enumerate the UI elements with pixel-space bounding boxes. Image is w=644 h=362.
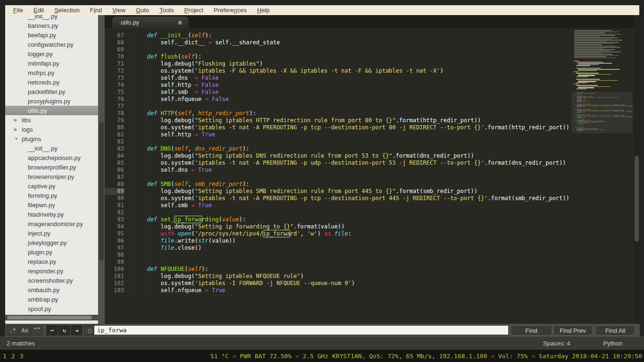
minimap[interactable]: def __init__(self): self.__dict__ = self… bbox=[571, 28, 633, 324]
code-line[interactable]: 82 bbox=[105, 138, 634, 145]
sidebar-item-jskeylogger-py[interactable]: jskeylogger.py bbox=[5, 238, 98, 247]
code-line[interactable]: 85 os.system('iptables -t nat -A PREROUT… bbox=[105, 160, 634, 167]
menu-selection[interactable]: Selection bbox=[49, 7, 84, 14]
code-line[interactable]: 81 self.http = True bbox=[105, 131, 634, 138]
sidebar-horizontal-scrollbar[interactable] bbox=[5, 315, 98, 320]
case-sensitive-toggle-icon[interactable]: Aa bbox=[19, 325, 31, 336]
code-line[interactable]: 94 log.debug("Setting ip forwarding to {… bbox=[105, 223, 634, 230]
code-line[interactable]: 102 os.system('iptables -I FORWARD -j NF… bbox=[105, 280, 634, 287]
sidebar-item-responder-py[interactable]: responder.py bbox=[5, 266, 98, 276]
editor-vertical-scrollbar-thumb[interactable] bbox=[635, 156, 639, 242]
code-line[interactable]: 70 def flush(self): bbox=[105, 53, 634, 60]
code-line[interactable]: 76 self.nfqueue = False bbox=[105, 96, 634, 103]
whole-word-toggle-icon[interactable]: “” bbox=[31, 325, 43, 336]
code-line[interactable]: 77 bbox=[105, 103, 634, 110]
sidebar-vertical-scrollbar-thumb[interactable] bbox=[99, 122, 104, 261]
sidebar-item-browsersniper-py[interactable]: browsersniper.py bbox=[5, 172, 98, 181]
workspace-3[interactable]: 3 bbox=[20, 353, 24, 360]
sidebar-item-htadriveby-py[interactable]: htadriveby.py bbox=[5, 210, 98, 219]
sidebar-item-banners-py[interactable]: banners.py bbox=[5, 21, 98, 30]
menu-file[interactable]: File bbox=[8, 7, 28, 14]
sidebar-item-captive-py[interactable]: captive.py bbox=[5, 181, 98, 191]
sidebar-item-appcachepoison-py[interactable]: appcachepoison.py bbox=[5, 153, 98, 162]
modified-dot-icon[interactable] bbox=[178, 21, 182, 25]
regex-toggle-icon[interactable]: .* bbox=[7, 325, 18, 336]
workspace-1[interactable]: 1 bbox=[3, 353, 7, 360]
sidebar-item-logger-py[interactable]: logger.py bbox=[5, 49, 98, 59]
sidebar-item-netcreds-py[interactable]: netcreds.py bbox=[5, 77, 98, 87]
find-button[interactable]: Find bbox=[511, 325, 552, 336]
find-all-button[interactable]: Find All bbox=[595, 325, 635, 336]
code-line[interactable]: 83 def DNS(self, dns_redir_port): bbox=[105, 145, 634, 152]
menu-help[interactable]: Help bbox=[252, 7, 275, 14]
code-line[interactable]: 96 file.write(str(value)) bbox=[105, 237, 634, 244]
menu-preferences[interactable]: Preferences bbox=[208, 7, 252, 14]
code-line[interactable]: 75 self.smb = False bbox=[105, 89, 634, 96]
code-line[interactable]: 79 log.debug("Setting iptables HTTP redi… bbox=[105, 117, 634, 124]
sidebar-item-imagerandomizer-py[interactable]: imagerandomizer.py bbox=[5, 219, 98, 228]
sidebar-item-utils-py[interactable]: utils.py bbox=[5, 106, 98, 115]
code-line[interactable]: 86 self.dns = True bbox=[105, 167, 634, 174]
sidebar-item-packetfilter-py[interactable]: packetfilter.py bbox=[5, 87, 98, 96]
code-line[interactable]: 67 def __init__(self): bbox=[105, 32, 634, 39]
sidebar-item-beefapi-py[interactable]: beefapi.py bbox=[5, 30, 98, 40]
code-line[interactable]: 93 def set_ip_forwarding(value): bbox=[105, 216, 634, 223]
find-input[interactable] bbox=[94, 325, 509, 335]
code-line[interactable]: 87 bbox=[105, 174, 634, 181]
code-line[interactable]: 69 bbox=[105, 46, 634, 53]
code-line[interactable]: 98 bbox=[105, 252, 634, 259]
sidebar-item-msfrpc-py[interactable]: msfrpc.py bbox=[5, 68, 98, 77]
editor-vertical-scrollbar[interactable] bbox=[634, 15, 640, 324]
minimap-viewport-box[interactable]: def __init__(self): self.__dict__ = self… bbox=[571, 92, 633, 133]
sidebar-item-ferretng-py[interactable]: ferretng.py bbox=[5, 191, 98, 200]
menu-edit[interactable]: Edit bbox=[28, 7, 49, 14]
sidebar-item-logs[interactable]: ▶logs bbox=[5, 125, 98, 134]
sidebar-item-proxyplugins-py[interactable]: proxyplugins.py bbox=[5, 96, 98, 106]
code-line[interactable]: 95 with open('/proc/sys/net/ipv4/ip_forw… bbox=[105, 230, 634, 237]
code-line[interactable]: 92 bbox=[105, 209, 634, 216]
find-prev-button[interactable]: Find Prev bbox=[553, 325, 593, 336]
sidebar-item-replace-py[interactable]: replace.py bbox=[5, 257, 98, 266]
code-line[interactable]: 89 log.debug("Setting iptables SMB redir… bbox=[105, 188, 634, 195]
code-line[interactable]: 84 log.debug("Setting iptables DNS redir… bbox=[105, 152, 634, 160]
menu-find[interactable]: Find bbox=[85, 7, 107, 14]
sidebar-horizontal-scrollbar-thumb[interactable] bbox=[7, 316, 92, 320]
sidebar-vertical-scrollbar[interactable] bbox=[98, 15, 105, 324]
menu-tools[interactable]: Tools bbox=[154, 7, 179, 14]
menu-goto[interactable]: Goto bbox=[131, 7, 154, 14]
wrap-toggle-icon[interactable]: ↩ bbox=[46, 325, 58, 336]
sidebar-item-browserprofiler-py[interactable]: browserprofiler.py bbox=[5, 162, 98, 172]
tab-utils-py[interactable]: utils.py bbox=[112, 17, 189, 28]
code-line[interactable]: 88 def SMB(self, smb_redir_port): bbox=[105, 181, 634, 188]
menu-project[interactable]: Project bbox=[179, 7, 208, 14]
menu-view[interactable]: View bbox=[107, 7, 131, 14]
sidebar-item-smbtrap-py[interactable]: smbtrap.py bbox=[5, 295, 98, 304]
code-line[interactable]: 73 self.dns = False bbox=[105, 75, 634, 82]
sidebar-item-inject-py[interactable]: inject.py bbox=[5, 228, 98, 238]
sidebar-item-screenshotter-py[interactable]: screenshotter.py bbox=[5, 276, 98, 285]
code-line[interactable]: 74 self.http = False bbox=[105, 82, 634, 89]
code-line[interactable]: 100 def NFQUEUE(self): bbox=[105, 266, 634, 273]
sidebar-item-configwatcher-py[interactable]: configwatcher.py bbox=[5, 40, 98, 49]
in-selection-toggle-icon[interactable]: ↻ bbox=[58, 325, 70, 336]
code-line[interactable]: 68 self.__dict__ = self.__shared_state bbox=[105, 39, 634, 46]
sidebar-item-plugin-py[interactable]: plugin.py bbox=[5, 247, 98, 257]
code-line[interactable]: 80 os.system('iptables -t nat -A PREROUT… bbox=[105, 124, 634, 131]
syntax-mode[interactable]: Python bbox=[603, 340, 622, 347]
code-line[interactable]: 97 file.close() bbox=[105, 244, 634, 252]
code-line[interactable]: 78 def HTTP(self, http_redir_port): bbox=[105, 110, 634, 117]
sidebar-file-tree[interactable]: __init__.pybanners.pybeefapi.pyconfigwat… bbox=[5, 15, 98, 324]
sidebar-item--init-py[interactable]: __init__.py bbox=[5, 143, 98, 153]
code-line[interactable]: 101 log.debug("Setting iptables NFQUEUE … bbox=[105, 273, 634, 280]
preserve-case-toggle-icon[interactable]: ⇥ bbox=[71, 325, 83, 336]
workspace-2[interactable]: 2 bbox=[11, 353, 15, 360]
code-line[interactable]: 72 os.system('iptables -F && iptables -X… bbox=[105, 67, 634, 75]
sidebar-item-spoof-py[interactable]: spoof.py bbox=[5, 304, 98, 313]
sidebar-item-smbauth-py[interactable]: smbauth.py bbox=[5, 285, 98, 295]
sidebar-item-mitmfapi-py[interactable]: mitmfapi.py bbox=[5, 59, 98, 68]
code-line[interactable]: 99 bbox=[105, 259, 634, 266]
code-editor[interactable]: 67 def __init__(self):68 self.__dict__ =… bbox=[105, 28, 634, 324]
indentation-setting[interactable]: Spaces: 4 bbox=[543, 340, 570, 347]
code-line[interactable]: 90 os.system('iptables -t nat -A PREROUT… bbox=[105, 195, 634, 202]
code-line[interactable]: 71 log.debug("Flushing iptables") bbox=[105, 60, 634, 67]
